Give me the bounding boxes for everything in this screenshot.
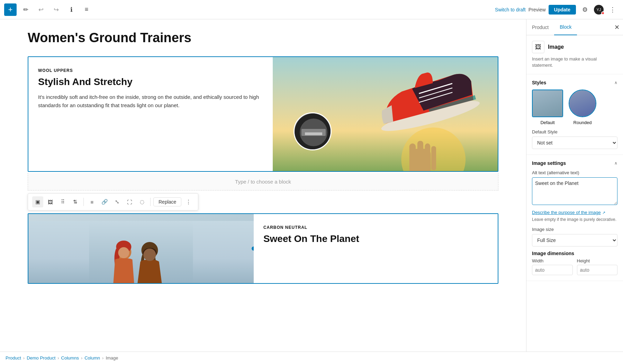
alt-text-input[interactable]: Sweet on the Planet <box>532 177 617 205</box>
drag-handle-button[interactable]: ⠿ <box>57 196 68 207</box>
wool-label: WOOL UPPERS <box>38 68 263 73</box>
alt-text-label: Alt text (alternative text) <box>532 170 617 175</box>
panel-close-button[interactable]: ✕ <box>611 21 623 34</box>
default-style-label: Default Style <box>532 129 617 134</box>
breadcrumb-item-demo[interactable]: Demo Product <box>27 355 55 361</box>
styles-section-header: Styles ∧ <box>532 80 617 85</box>
style-label-default: Default <box>540 120 554 125</box>
toolbar-left: + ✏ ↩ ↪ ℹ ≡ <box>4 3 495 16</box>
style-thumb-inner-rounded <box>569 90 596 116</box>
two-column-layout: WOOL UPPERS Stylish And Stretchy It's in… <box>28 57 498 171</box>
circle-button[interactable]: ◌ <box>136 196 147 207</box>
column-right-image[interactable] <box>273 57 498 171</box>
svg-point-21 <box>143 249 156 261</box>
styles-title: Styles <box>532 80 546 85</box>
style-option-rounded[interactable]: Rounded <box>569 90 596 125</box>
image-settings-header: Image settings ∧ <box>532 160 617 166</box>
second-image-column[interactable] <box>28 214 254 283</box>
second-two-column: CARBON NEUTRAL Sweet On The Planet <box>28 214 498 283</box>
breadcrumb-sep-3: › <box>81 355 82 361</box>
svg-rect-7 <box>431 146 436 170</box>
block-icon: 🖼 <box>532 41 544 53</box>
sweet-heading: Sweet On The Planet <box>263 233 488 244</box>
image-size-label: Image size <box>532 227 617 232</box>
redo-button[interactable]: ↪ <box>50 3 62 16</box>
describe-note: Leave empty if the image is purely decor… <box>532 217 617 223</box>
column-left[interactable]: WOOL UPPERS Stylish And Stretchy It's in… <box>28 57 273 171</box>
style-option-default[interactable]: Default <box>532 90 563 125</box>
list-button[interactable]: ≡ <box>80 3 93 16</box>
dimensions-row: Width Height <box>532 258 617 275</box>
breadcrumb-sep-1: › <box>23 355 25 361</box>
pencil-button[interactable]: ✏ <box>19 3 32 16</box>
main-layout: Women's Ground Trainers WOOL UPPERS Styl… <box>0 19 623 352</box>
crop-button[interactable]: ⤡ <box>111 196 123 207</box>
svg-rect-4 <box>409 143 416 171</box>
switch-draft-button[interactable]: Switch to draft <box>495 7 526 12</box>
styles-chevron[interactable]: ∧ <box>614 80 617 85</box>
breadcrumb-sep-2: › <box>57 355 59 361</box>
default-style-control: Default Style Not set Default Rounded <box>532 129 617 149</box>
external-link-icon: ↗ <box>602 211 605 215</box>
second-content-block[interactable]: CARBON NEUTRAL Sweet On The Planet <box>28 213 498 284</box>
svg-rect-5 <box>417 141 423 170</box>
image-select-button[interactable]: 🖼 <box>45 196 56 207</box>
right-panel: Product Block ✕ 🖼 Image Insert an image … <box>526 19 623 352</box>
update-button[interactable]: Update <box>549 5 576 15</box>
more-options-button[interactable]: ⋮ <box>606 3 619 16</box>
undo-button[interactable]: ↩ <box>35 3 47 16</box>
preview-button[interactable]: Preview <box>529 7 546 12</box>
toolbar-divider-1 <box>83 198 84 206</box>
width-input[interactable] <box>532 265 573 275</box>
add-block-button[interactable]: + <box>4 3 17 16</box>
info-button[interactable]: ℹ <box>65 3 78 16</box>
block-heading: Stylish And Stretchy <box>38 76 263 87</box>
image-settings-chevron[interactable]: ∧ <box>614 161 617 166</box>
panel-header: Product Block ✕ <box>526 19 623 35</box>
tab-block[interactable]: Block <box>554 19 577 35</box>
width-control: Width <box>532 258 573 275</box>
styles-grid: Default Rounded <box>532 90 617 125</box>
people-image <box>28 221 254 283</box>
editor-area[interactable]: Women's Ground Trainers WOOL UPPERS Styl… <box>0 19 526 352</box>
toolbar-right: Switch to draft Preview Update ⚙ YJ ⋮ <box>495 3 619 16</box>
block-icon-row: 🖼 Image <box>532 41 617 53</box>
svg-rect-6 <box>425 143 430 170</box>
move-arrows-button[interactable]: ⇅ <box>70 196 81 207</box>
default-style-select[interactable]: Not set Default Rounded <box>532 137 617 149</box>
svg-point-19 <box>118 247 129 258</box>
breadcrumb-item-columns[interactable]: Columns <box>61 355 79 361</box>
notification-dot <box>601 11 605 15</box>
content-block-main[interactable]: WOOL UPPERS Stylish And Stretchy It's in… <box>28 56 498 172</box>
image-settings-title: Image settings <box>532 160 566 166</box>
second-text-column[interactable]: CARBON NEUTRAL Sweet On The Planet <box>254 214 498 283</box>
breadcrumb-item-product[interactable]: Product <box>6 355 21 361</box>
avatar: YJ <box>594 5 604 15</box>
height-label: Height <box>577 258 618 263</box>
style-thumb-rounded <box>569 90 596 117</box>
top-toolbar: + ✏ ↩ ↪ ℹ ≡ Switch to draft Preview Upda… <box>0 0 623 19</box>
resize-handle[interactable] <box>252 246 254 251</box>
height-input[interactable] <box>577 265 618 275</box>
expand-button[interactable]: ⛶ <box>124 196 135 207</box>
image-size-select[interactable]: Thumbnail Medium Large Full Size <box>532 234 617 246</box>
settings-button[interactable]: ⚙ <box>579 3 591 16</box>
block-info-section: 🖼 Image Insert an image to make a visual… <box>526 35 623 74</box>
describe-link-row: Describe the purpose of the image ↗ <box>532 209 617 215</box>
link-button[interactable]: 🔗 <box>99 196 110 207</box>
breadcrumb-item-column[interactable]: Column <box>84 355 100 361</box>
type-choose-block[interactable]: Type / to choose a block <box>28 173 498 190</box>
breadcrumb-item-image: Image <box>106 355 118 361</box>
replace-button[interactable]: Replace <box>153 197 181 206</box>
sidebar-toggle-button[interactable]: ▣ <box>32 196 43 207</box>
block-description: Insert an image to make a visual stateme… <box>532 56 617 68</box>
style-thumb-default <box>532 90 563 117</box>
page-title: Women's Ground Trainers <box>28 30 498 45</box>
describe-purpose-link[interactable]: Describe the purpose of the image <box>532 210 601 215</box>
more-button[interactable]: ⋮ <box>183 196 194 207</box>
align-button[interactable]: ≡ <box>87 196 98 207</box>
block-body: It's incredibly soft and itch-free on th… <box>38 93 263 110</box>
height-control: Height <box>577 258 618 275</box>
tab-product[interactable]: Product <box>526 20 554 35</box>
styles-section: Styles ∧ Default Rounded <box>526 74 623 155</box>
